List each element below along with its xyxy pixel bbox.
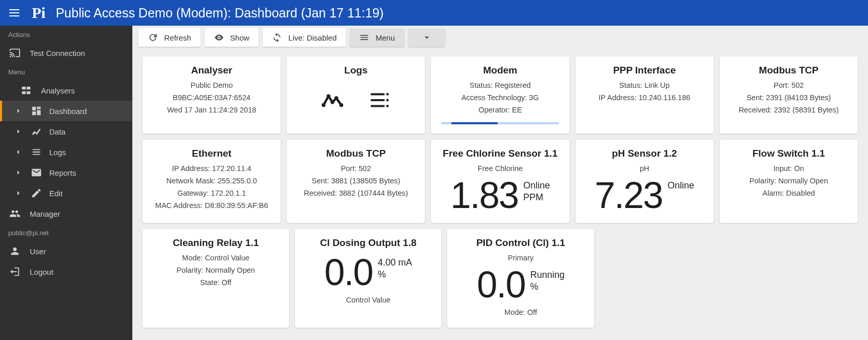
modem-progress xyxy=(441,122,559,124)
list-icon xyxy=(31,146,42,158)
sidebar-item-analysers[interactable]: Analysers xyxy=(0,80,132,101)
person-icon xyxy=(9,245,21,257)
card-line: State: Off xyxy=(200,278,231,287)
sidebar-item-user[interactable]: User xyxy=(0,241,132,261)
pencil-icon xyxy=(31,187,42,199)
card-line: Public Demo xyxy=(191,81,233,89)
cast-icon xyxy=(9,47,21,59)
card-line: Mode: Off xyxy=(504,308,537,316)
card-title: Ethernet xyxy=(192,148,231,159)
sidebar-item-label: Reports xyxy=(49,168,76,177)
chevron-right-icon xyxy=(14,148,23,156)
show-button[interactable]: Show xyxy=(205,28,259,47)
output-unit: % xyxy=(378,269,386,280)
card-line: Operator: EE xyxy=(479,106,522,114)
card-ppp[interactable]: PPP Interface Status: Link Up IP Address… xyxy=(576,56,714,134)
refresh-icon xyxy=(148,32,158,43)
card-title: Modbus TCP xyxy=(759,65,818,76)
sidebar-item-label: Test Connection xyxy=(30,49,85,58)
svg-point-1 xyxy=(326,95,330,99)
chevron-right-icon xyxy=(14,189,23,197)
card-ph-sensor[interactable]: pH Sensor 1.2 pH 7.23 Online xyxy=(576,140,714,223)
refresh-button[interactable]: Refresh xyxy=(139,28,201,47)
card-line: Free Chlorine xyxy=(478,164,523,173)
dashboard-icon xyxy=(31,105,42,117)
chart-icon xyxy=(31,126,42,137)
sync-icon xyxy=(272,32,282,43)
sidebar-section-menu: Menu xyxy=(0,63,132,80)
card-chlorine-sensor[interactable]: Free Chlorine Sensor 1.1 Free Chlorine 1… xyxy=(431,140,569,223)
menu-button[interactable]: Menu xyxy=(350,28,404,47)
card-line: B9BC:A05E:03A7:6524 xyxy=(173,93,251,102)
sensor-value: 7.23 xyxy=(595,177,662,214)
card-title: pH Sensor 1.2 xyxy=(612,148,677,159)
card-line: Polarity: Normally Open xyxy=(749,177,828,185)
sidebar-item-label: Data xyxy=(49,127,66,136)
output-value: 0.0 xyxy=(324,254,372,291)
eye-icon xyxy=(214,32,224,43)
card-line: Sent: 2391 (84103 Bytes) xyxy=(746,93,831,102)
page-title: Public Access Demo (Modem): Dashboard (J… xyxy=(56,6,384,21)
card-line: Gateway: 172.20.1.1 xyxy=(177,189,246,197)
card-line: Status: Link Up xyxy=(619,81,669,89)
card-line: Alarm: Disabled xyxy=(762,189,815,197)
chevron-right-icon xyxy=(14,127,23,136)
card-logs[interactable]: Logs xyxy=(287,56,425,134)
card-line: Network Mask: 255.255.0.0 xyxy=(166,177,257,185)
sidebar-item-reports[interactable]: Reports xyxy=(0,162,132,183)
sidebar-item-manager[interactable]: Manager xyxy=(0,203,132,224)
sidebar-item-dashboard[interactable]: Dashboard xyxy=(0,101,132,121)
sidebar-item-edit[interactable]: Edit xyxy=(0,183,132,203)
card-line: Control Value xyxy=(346,296,390,304)
card-title: Free Chlorine Sensor 1.1 xyxy=(443,148,558,159)
dropdown-button[interactable] xyxy=(408,28,445,47)
card-ethernet[interactable]: Ethernet IP Address: 172.20.11.4 Network… xyxy=(143,140,281,223)
card-line: Received: 3882 (107444 Bytes) xyxy=(304,189,408,197)
card-flow-switch[interactable]: Flow Switch 1.1 Input: On Polarity: Norm… xyxy=(720,140,858,223)
card-line: Wed 17 Jan 11:24:29 2018 xyxy=(167,106,257,114)
logs-icons xyxy=(319,88,393,112)
sidebar-item-label: Manager xyxy=(30,210,60,218)
card-line: Port: 502 xyxy=(774,81,804,89)
sidebar-item-logs[interactable]: Logs xyxy=(0,142,132,162)
card-analyser[interactable]: Analyser Public Demo B9BC:A05E:03A7:6524… xyxy=(143,56,281,134)
grid-icon xyxy=(21,85,32,96)
card-pid-control[interactable]: PID Control (Cl) 1.1 Primary 0.0 Running… xyxy=(447,229,594,328)
menu-lines-icon xyxy=(359,32,369,43)
svg-point-2 xyxy=(330,100,334,104)
card-line: Access Technology: 3G xyxy=(461,93,539,102)
card-title: PID Control (Cl) 1.1 xyxy=(476,237,565,249)
card-modbus-tcp-b[interactable]: Modbus TCP Port: 502 Sent: 3881 (138505 … xyxy=(287,140,425,223)
mail-icon xyxy=(31,167,42,178)
list-icon[interactable] xyxy=(366,88,393,112)
card-modem[interactable]: Modem Status: Registered Access Technolo… xyxy=(431,56,569,134)
card-title: Modbus TCP xyxy=(326,148,386,159)
menu-toggle-button[interactable] xyxy=(0,0,29,26)
sidebar-item-label: Logs xyxy=(49,148,66,157)
sensor-value: 1.83 xyxy=(450,177,518,214)
chevron-right-icon xyxy=(14,168,23,177)
card-line: Received: 2392 (58391 Bytes) xyxy=(739,106,839,114)
chevron-down-icon xyxy=(422,32,432,43)
card-line: Sent: 3881 (138505 Bytes) xyxy=(312,177,401,185)
svg-point-5 xyxy=(386,93,389,96)
card-title: Logs xyxy=(344,65,367,76)
sidebar-item-label: Edit xyxy=(49,189,63,198)
sidebar-item-logout[interactable]: Logout xyxy=(0,261,132,282)
sparkline-icon[interactable] xyxy=(319,88,346,112)
card-line: Input: On xyxy=(774,164,804,173)
card-modbus-tcp-a[interactable]: Modbus TCP Port: 502 Sent: 2391 (84103 B… xyxy=(720,56,858,134)
card-line: Polarity: Normally Open xyxy=(176,266,255,274)
card-line: pH xyxy=(640,164,649,173)
sidebar: Actions Test Connection Menu Analysers D… xyxy=(0,26,132,340)
live-button[interactable]: Live: Disabled xyxy=(263,28,346,47)
card-title: Modem xyxy=(483,65,518,76)
sidebar-item-data[interactable]: Data xyxy=(0,121,132,142)
button-label: Refresh xyxy=(164,33,191,42)
card-line: MAC Address: D8:80:39:55:AF:B6 xyxy=(155,201,268,210)
logout-icon xyxy=(9,266,21,277)
card-dosing-output[interactable]: Cl Dosing Output 1.8 0.0 4.00 mA % Contr… xyxy=(295,229,441,328)
sensor-status: Online xyxy=(523,180,550,192)
sidebar-item-test-connection[interactable]: Test Connection xyxy=(0,43,132,63)
card-cleaning-relay[interactable]: Cleaning Relay 1.1 Mode: Control Value P… xyxy=(143,229,289,328)
